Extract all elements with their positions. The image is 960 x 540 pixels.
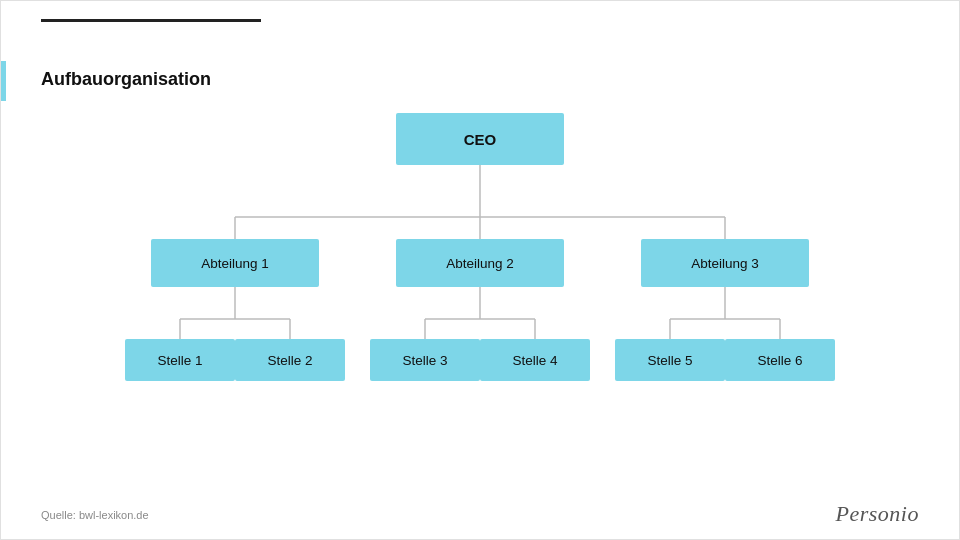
stelle2-box: Stelle 2 [235, 339, 345, 381]
ceo-box: CEO [396, 113, 564, 165]
page: Aufbauorganisation [0, 0, 960, 540]
stelle1-box: Stelle 1 [125, 339, 235, 381]
page-title: Aufbauorganisation [41, 69, 211, 90]
dept1-box: Abteilung 1 [151, 239, 319, 287]
top-line [41, 19, 261, 22]
footer-source: Quelle: bwl-lexikon.de [41, 509, 149, 521]
org-chart: CEO Abteilung 1 Abteilung 2 Abteilung 3 … [100, 109, 860, 419]
dept3-box: Abteilung 3 [641, 239, 809, 287]
stelle4-box: Stelle 4 [480, 339, 590, 381]
stelle3-box: Stelle 3 [370, 339, 480, 381]
stelle5-box: Stelle 5 [615, 339, 725, 381]
dept2-box: Abteilung 2 [396, 239, 564, 287]
left-accent [1, 61, 6, 101]
footer-logo: Personio [836, 501, 919, 527]
stelle6-box: Stelle 6 [725, 339, 835, 381]
